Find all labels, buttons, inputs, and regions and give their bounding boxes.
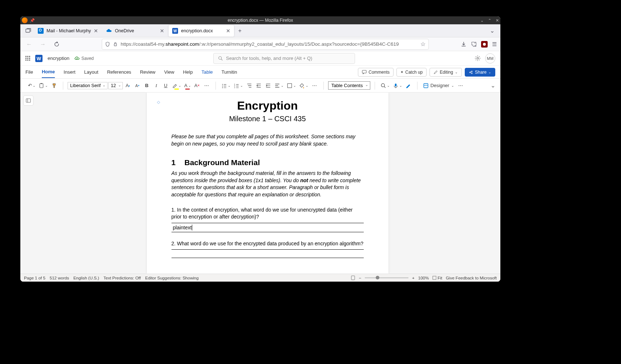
document-name[interactable]: encryption: [48, 56, 69, 61]
tab-close-button[interactable]: ✕: [160, 28, 164, 34]
predictions-indicator[interactable]: Text Predictions: Off: [104, 276, 141, 280]
editing-mode-button[interactable]: Editing ⌄: [430, 68, 462, 77]
undo-button[interactable]: ↶⌄: [27, 81, 37, 90]
document-page[interactable]: ◇ Encryption Milestone 1 – CSCI 435 Plea…: [147, 93, 388, 274]
reload-button[interactable]: [52, 39, 62, 49]
lock-icon[interactable]: [113, 42, 118, 46]
ribbon-tab-help[interactable]: Help: [183, 66, 193, 78]
bold-button[interactable]: B: [142, 81, 151, 90]
answer-box-1[interactable]: plaintext: [172, 223, 364, 232]
collapse-ribbon-button[interactable]: ⌄: [491, 82, 495, 89]
multilevel-list-button[interactable]: [245, 81, 254, 90]
recent-tabs-button[interactable]: [23, 26, 33, 36]
settings-button[interactable]: [475, 55, 481, 61]
tab-mail[interactable]: Mail - Michael Murphy ✕: [34, 25, 102, 37]
decrease-indent-button[interactable]: [254, 81, 263, 90]
new-tab-button[interactable]: +: [235, 26, 245, 36]
increase-indent-button[interactable]: [264, 81, 273, 90]
page-scroll-container[interactable]: ◇ Encryption Milestone 1 – CSCI 435 Plea…: [35, 93, 500, 274]
zoom-in-button[interactable]: +: [412, 276, 415, 280]
app-launcher-button[interactable]: [25, 56, 30, 61]
url-prefix: https://coastal54-my.: [121, 41, 166, 47]
question-1: 1. In the context of encryption, what wo…: [172, 206, 364, 221]
ribbon-tab-view[interactable]: View: [164, 66, 174, 78]
search-input[interactable]: Search for tools, help, and more (Alt + …: [213, 53, 355, 64]
page-indicator[interactable]: Page 1 of 5: [24, 276, 45, 280]
navigation-pane-toggle[interactable]: [23, 95, 33, 106]
suggestions-indicator[interactable]: Editor Suggestions: Showing: [145, 276, 199, 280]
shading-button[interactable]: ⌄: [298, 81, 310, 90]
more-commands-button[interactable]: ⋯: [456, 81, 465, 90]
font-family-select[interactable]: Liberation Serif: [68, 82, 108, 89]
svg-point-18: [382, 83, 385, 87]
language-indicator[interactable]: English (U.S.): [73, 276, 99, 280]
back-button[interactable]: ←: [24, 39, 34, 49]
section-intro: As you work through the background mater…: [172, 170, 364, 198]
clear-formatting-button[interactable]: A✕: [193, 81, 202, 90]
share-button[interactable]: Share ⌄: [465, 68, 495, 77]
tab-onedrive[interactable]: OneDrive ✕: [102, 25, 168, 37]
editor-button[interactable]: [404, 81, 413, 90]
comments-button[interactable]: Comments: [358, 68, 394, 77]
ribbon-tab-layout[interactable]: Layout: [84, 66, 98, 78]
tab-encryption[interactable]: W encryption.docx ✕: [169, 25, 234, 37]
zoom-out-button[interactable]: −: [359, 276, 361, 280]
maximize-button[interactable]: ⌃: [488, 18, 491, 23]
minimize-button[interactable]: ⌄: [480, 18, 484, 23]
ribbon-tab-review[interactable]: Review: [140, 66, 156, 78]
extensions-button[interactable]: [471, 41, 477, 47]
search-icon: [218, 56, 223, 61]
underline-button[interactable]: U: [161, 81, 170, 90]
ribbon-tab-turnitin[interactable]: Turnitin: [222, 66, 237, 78]
ribbon-tab-insert[interactable]: Insert: [64, 66, 76, 78]
save-status[interactable]: Saved: [74, 56, 94, 61]
ribbon-tab-table[interactable]: Table: [201, 66, 213, 78]
grow-font-button[interactable]: A▴: [124, 81, 132, 90]
word-count[interactable]: 512 words: [50, 276, 69, 280]
downloads-button[interactable]: [461, 41, 467, 47]
bookmark-button[interactable]: ☆: [420, 41, 426, 48]
shrink-font-button[interactable]: A▾: [133, 81, 142, 90]
align-button[interactable]: ⌄: [273, 81, 285, 90]
font-size-select[interactable]: 12: [108, 82, 123, 89]
forward-button[interactable]: →: [38, 39, 48, 49]
shield-icon[interactable]: [105, 42, 110, 47]
bullets-button[interactable]: ⌄: [220, 81, 232, 90]
feedback-link[interactable]: Give Feedback to Microsoft: [446, 276, 497, 280]
find-button[interactable]: ⌄: [379, 81, 391, 90]
user-avatar[interactable]: MM: [485, 53, 495, 64]
ublock-icon[interactable]: [481, 41, 488, 48]
paste-button[interactable]: ⌄: [37, 81, 49, 90]
page-view-button[interactable]: [351, 275, 355, 280]
tab-close-button[interactable]: ✕: [226, 28, 230, 34]
outlook-icon: [38, 28, 44, 34]
ribbon-tab-home[interactable]: Home: [42, 66, 55, 78]
italic-button[interactable]: I: [152, 81, 161, 90]
highlight-button[interactable]: ⌄: [171, 81, 182, 90]
catchup-button[interactable]: ✦ Catch up: [396, 68, 427, 77]
svg-rect-0: [26, 29, 30, 32]
answer-box-2[interactable]: [172, 249, 364, 258]
dictate-button[interactable]: ⌄: [392, 81, 403, 90]
fit-button[interactable]: Fit: [432, 276, 442, 280]
zoom-slider[interactable]: [365, 277, 408, 278]
ribbon-tab-file[interactable]: File: [25, 66, 33, 78]
style-select[interactable]: Table Contents: [328, 81, 371, 90]
more-para-button[interactable]: ⋯: [310, 81, 319, 90]
format-painter-button[interactable]: [50, 81, 59, 90]
tabs-dropdown-button[interactable]: ⌄: [487, 27, 497, 34]
tab-close-button[interactable]: ✕: [94, 28, 98, 34]
menu-button[interactable]: ☰: [492, 41, 497, 48]
numbering-button[interactable]: 123⌄: [233, 81, 244, 90]
zoom-level[interactable]: 100%: [418, 276, 429, 280]
borders-button[interactable]: ⌄: [286, 81, 297, 90]
tab-label: OneDrive: [115, 28, 157, 33]
pin-icon[interactable]: 📌: [30, 18, 35, 23]
url-input[interactable]: https://coastal54-my.sharepoint.com/:w:/…: [102, 39, 429, 50]
svg-text:W: W: [174, 29, 177, 33]
close-window-button[interactable]: ✕: [496, 18, 499, 23]
ribbon-tab-references[interactable]: References: [107, 66, 131, 78]
designer-button[interactable]: Designer⌄: [422, 81, 455, 90]
more-font-button[interactable]: ⋯: [202, 81, 211, 90]
font-color-button[interactable]: A⌄: [183, 81, 192, 90]
